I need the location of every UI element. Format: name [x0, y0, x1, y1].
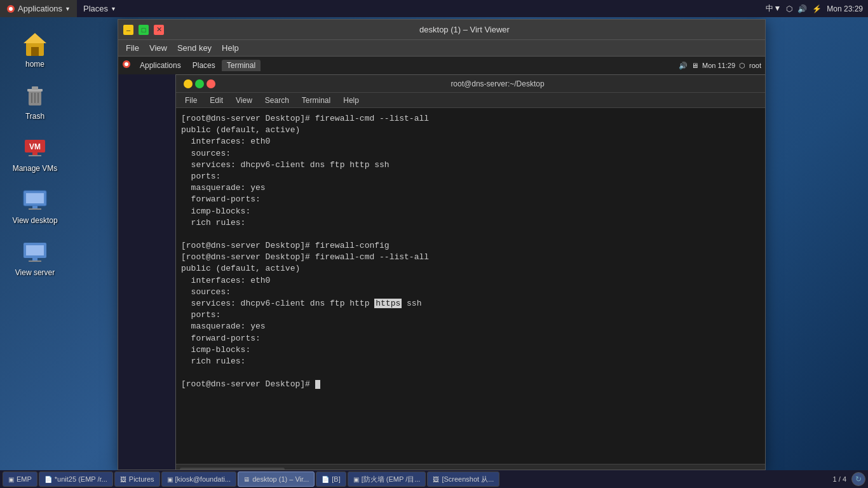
- network-icon: ⬡: [786, 4, 792, 13]
- taskbar-item-desktop-virt[interactable]: 🖥 desktop (1) – Vir...: [238, 471, 315, 487]
- taskbar-unit25-label: *unit25 (EMP /r...: [55, 475, 107, 483]
- term-line-11: [181, 229, 765, 240]
- desktop-icon-manage-vms[interactable]: VM Manage VMs: [6, 130, 64, 175]
- taskbar-item-emp[interactable]: ▣ EMP: [3, 471, 37, 487]
- taskbar-kiosk-label: [kiosk@foundati...: [175, 475, 231, 483]
- term-menu-file[interactable]: File: [180, 95, 202, 105]
- svg-rect-17: [32, 206, 37, 208]
- taskbar-right: 1 / 4 ↻: [831, 472, 865, 486]
- term-menu-view[interactable]: View: [231, 95, 257, 105]
- term-line-15: interfaces: eth0: [181, 275, 765, 287]
- maximize-button[interactable]: □: [139, 25, 149, 35]
- menu-help[interactable]: Help: [217, 42, 244, 54]
- view-desktop-label: View desktop: [12, 216, 57, 225]
- applications-menu[interactable]: Applications ▼: [0, 0, 77, 17]
- places-label: Places: [83, 4, 108, 13]
- taskbar-item-screenshot[interactable]: 🖼 [Screenshot 从...: [427, 471, 499, 487]
- term-line-8: forward-ports:: [181, 194, 765, 205]
- desktop-icon-view-server[interactable]: View server: [6, 234, 64, 280]
- virt-viewer-menubar: File View Send key Help: [118, 40, 765, 57]
- inner-terminal-menu[interactable]: Terminal: [222, 60, 261, 71]
- menu-sendkey[interactable]: Send key: [172, 42, 217, 54]
- inner-places-menu[interactable]: Places: [187, 60, 220, 71]
- desktop-icon-trash[interactable]: Trash: [6, 78, 64, 123]
- term-menu-help[interactable]: Help: [338, 95, 364, 105]
- taskbar-pictures-label: Pictures: [129, 475, 154, 483]
- taskbar-pictures-icon: 🖼: [120, 476, 126, 483]
- term-minimize-button[interactable]: [184, 79, 193, 88]
- term-line-14: public (default, active): [181, 263, 765, 274]
- taskbar-item-b[interactable]: 📄 [B]: [316, 471, 346, 487]
- svg-rect-14: [29, 155, 41, 156]
- taskbar-emp-icon: ▣: [8, 476, 14, 483]
- terminal-window: root@dns-server:~/Desktop File Edit View…: [175, 74, 765, 470]
- taskbar-desktop-icon: 🖥: [243, 476, 250, 483]
- desktop-icon-view-desktop[interactable]: View desktop: [6, 182, 64, 227]
- term-line-10: rich rules:: [181, 217, 765, 229]
- taskbar-nav-button[interactable]: ↻: [851, 472, 865, 486]
- term-menu-edit[interactable]: Edit: [205, 95, 228, 105]
- terminal-menubar: File Edit View Search Terminal Help: [176, 93, 765, 108]
- input-method-icon: 中▼: [766, 3, 781, 14]
- term-line-21: icmp-blocks:: [181, 344, 765, 356]
- taskbar-item-unit25[interactable]: 📄 *unit25 (EMP /r...: [39, 471, 113, 487]
- svg-rect-7: [32, 86, 38, 90]
- taskbar-item-kiosk[interactable]: ▣ [kiosk@foundati...: [161, 471, 237, 487]
- taskbar-page-num: 1 / 4: [831, 475, 849, 483]
- volume-icon: 🔊: [797, 4, 807, 13]
- virt-viewer-window: – □ ✕ desktop (1) – Virt Viewer File Vie…: [118, 19, 766, 470]
- term-line-9: icmp-blocks:: [181, 206, 765, 217]
- close-button[interactable]: ✕: [154, 25, 164, 35]
- svg-rect-18: [29, 208, 41, 210]
- taskbar-firewall-label: [防火墙 (EMP /目...: [362, 475, 421, 484]
- term-close-button[interactable]: [207, 79, 215, 88]
- term-menu-terminal[interactable]: Terminal: [297, 95, 336, 105]
- inner-network-icon: ⬡: [739, 62, 745, 70]
- minimize-button[interactable]: –: [123, 25, 133, 35]
- svg-rect-22: [32, 258, 37, 261]
- inner-applications-menu[interactable]: Applications: [135, 60, 186, 71]
- menu-file[interactable]: File: [121, 42, 144, 54]
- vm-display: Applications Places Terminal 🔊 🖥 Mon 11:…: [118, 57, 765, 470]
- term-maximize-button[interactable]: [195, 79, 204, 88]
- inner-panel-left: Applications Places Terminal: [122, 60, 261, 71]
- term-line-19: masquerade: yes: [181, 321, 765, 332]
- taskbar-item-pictures[interactable]: 🖼 Pictures: [114, 471, 160, 487]
- term-line-16: sources:: [181, 287, 765, 298]
- term-line-24: [root@dns-server Desktop]#: [181, 379, 765, 390]
- applications-label: Applications: [18, 4, 62, 13]
- svg-rect-4: [31, 47, 39, 56]
- term-line-18: ports:: [181, 309, 765, 321]
- home-icon: [20, 28, 50, 58]
- term-menu-search[interactable]: Search: [260, 95, 294, 105]
- svg-point-1: [9, 7, 13, 11]
- places-menu[interactable]: Places ▼: [77, 0, 123, 17]
- view-desktop-icon: [20, 184, 50, 215]
- term-line-5: services: dhcpv6-client dns ftp http ssh: [181, 159, 765, 171]
- home-label: home: [25, 60, 44, 69]
- svg-point-25: [125, 62, 128, 66]
- https-highlight: https: [374, 299, 402, 308]
- svg-rect-19: [26, 193, 44, 203]
- term-line-22: rich rules:: [181, 356, 765, 367]
- desktop-icon-home[interactable]: home: [6, 25, 64, 71]
- term-line-3: interfaces: eth0: [181, 136, 765, 147]
- taskbar-item-firewall[interactable]: ▣ [防火墙 (EMP /目...: [348, 471, 426, 487]
- desktop-icons: home Trash VM Manage VMs: [6, 25, 64, 280]
- term-line-6: ports:: [181, 171, 765, 182]
- inner-user: root: [749, 62, 761, 69]
- taskbar-screenshot-label: [Screenshot 从...: [442, 475, 494, 484]
- manage-vms-label: Manage VMs: [13, 164, 58, 173]
- svg-marker-3: [24, 33, 46, 43]
- term-line-12: [root@dns-server Desktop]# firewall-conf…: [181, 240, 765, 252]
- manage-vms-icon: VM: [20, 132, 50, 163]
- gnome-icon: [6, 4, 15, 13]
- terminal-content[interactable]: [root@dns-server Desktop]# firewall-cmd …: [176, 108, 765, 464]
- virt-viewer-titlebar: – □ ✕ desktop (1) – Virt Viewer: [118, 20, 765, 40]
- inner-clock: Mon 11:29: [702, 62, 735, 69]
- menu-view[interactable]: View: [144, 42, 172, 54]
- taskbar-emp-label: EMP: [17, 475, 32, 483]
- taskbar: ▣ EMP 📄 *unit25 (EMP /r... 🖼 Pictures ▣ …: [0, 470, 868, 488]
- inner-panel-right: 🔊 🖥 Mon 11:29 ⬡ root: [679, 62, 761, 70]
- terminal-tab-1[interactable]: ■ root@dns-server:~/Desktop: [180, 468, 285, 470]
